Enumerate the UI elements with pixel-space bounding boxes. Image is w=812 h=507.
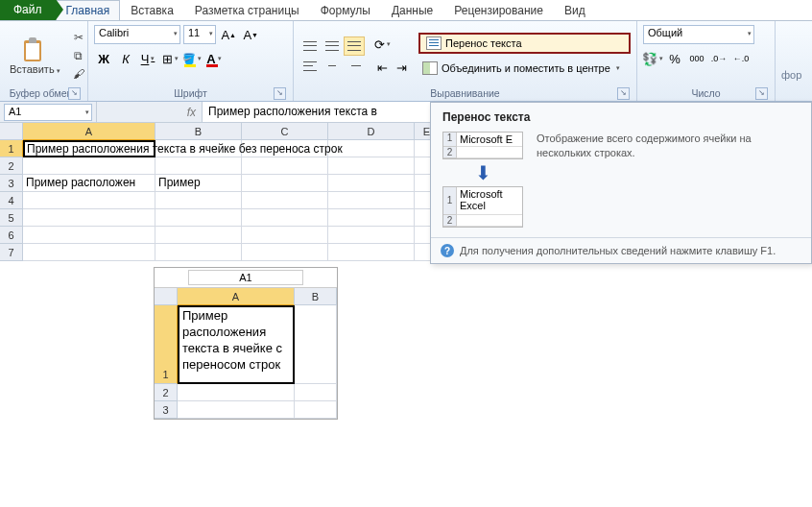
clipboard-dialog-launcher[interactable]: ↘ — [68, 87, 81, 100]
comma-button[interactable]: 000 — [687, 49, 706, 68]
clipboard-icon — [22, 36, 47, 63]
inset-worksheet: A1 A B 1 Пример расположения текста в яч… — [154, 267, 338, 420]
down-arrow-icon: ⬇ — [442, 159, 523, 186]
align-right-button[interactable] — [344, 57, 365, 76]
underline-button[interactable]: Ч▾ — [138, 49, 157, 68]
cell-C3[interactable] — [242, 175, 328, 192]
row-header-3[interactable]: 3 — [0, 175, 23, 192]
ribbon-tabstrip: Файл Главная Вставка Разметка страницы Ф… — [0, 0, 812, 21]
row-header-6[interactable]: 6 — [0, 227, 23, 244]
inset-row-1[interactable]: 1 — [155, 305, 178, 384]
cell-D3[interactable] — [328, 175, 415, 192]
file-tab[interactable]: Файл — [0, 0, 56, 20]
wrap-text-button[interactable]: Перенос текста — [418, 33, 631, 54]
vertical-align-group — [299, 36, 365, 76]
cell-A2[interactable] — [23, 157, 155, 175]
col-header-D[interactable]: D — [328, 123, 415, 140]
tab-formulas[interactable]: Формулы — [310, 0, 381, 20]
col-header-C[interactable]: C — [242, 123, 328, 140]
align-left-button[interactable] — [299, 57, 321, 76]
row-header-5[interactable]: 5 — [0, 209, 23, 227]
decrease-decimal-button[interactable]: ←.0 — [731, 49, 751, 68]
group-label-clipboard: Буфер обмена ↘ — [6, 86, 82, 100]
inset-select-all[interactable] — [155, 288, 178, 305]
inset-col-A[interactable]: A — [178, 288, 295, 305]
tooltip-title: Перенос текста — [431, 103, 811, 128]
align-center-button[interactable] — [322, 57, 343, 76]
ribbon: Вставить▾ ✂ ⧉ 🖌 Буфер обмена ↘ Calibri▾ … — [0, 21, 812, 102]
align-middle-button[interactable] — [322, 36, 343, 56]
number-format-select[interactable]: Общий▾ — [643, 25, 754, 44]
tab-page-layout[interactable]: Разметка страницы — [184, 0, 310, 20]
inset-row-3[interactable]: 3 — [155, 401, 178, 419]
increase-font-icon[interactable]: A▲ — [219, 25, 238, 44]
select-all-corner[interactable] — [0, 123, 23, 140]
decrease-indent-button[interactable]: ⇤ — [372, 58, 392, 77]
accounting-format-button[interactable]: 💱▾ — [643, 49, 662, 68]
tab-insert[interactable]: Вставка — [120, 0, 184, 20]
font-size-select[interactable]: 11▾ — [183, 25, 216, 44]
fx-icon[interactable]: fx — [187, 106, 196, 119]
merge-center-button[interactable]: Объединить и поместить в центре▾ — [418, 58, 631, 79]
col-header-B[interactable]: B — [155, 123, 242, 140]
decrease-font-icon[interactable]: A▼ — [241, 25, 260, 44]
cell-D2[interactable] — [328, 157, 415, 175]
inset-name-box[interactable]: A1 — [188, 270, 303, 285]
cell-A1[interactable]: Пример расположения текста в ячейке без … — [23, 140, 155, 157]
number-dialog-launcher[interactable]: ↘ — [755, 87, 768, 100]
row-header-1[interactable]: 1 — [0, 140, 23, 157]
group-label-alignment: Выравнивание ↘ — [299, 86, 631, 100]
row-header-2[interactable]: 2 — [0, 157, 23, 175]
row-header-4[interactable]: 4 — [0, 192, 23, 209]
cell-A3[interactable]: Пример расположен — [23, 175, 155, 192]
increase-decimal-button[interactable]: .0→ — [709, 49, 728, 68]
name-box[interactable]: A1▾ — [4, 104, 92, 121]
cell-B2[interactable] — [155, 157, 242, 175]
tab-view[interactable]: Вид — [554, 0, 596, 20]
alignment-dialog-launcher[interactable]: ↘ — [617, 87, 630, 100]
align-bottom-button[interactable] — [344, 36, 365, 56]
copy-icon[interactable]: ⧉ — [71, 48, 86, 63]
help-icon: ? — [441, 244, 454, 257]
tooltip-description: Отображение всего содержимого ячейки на … — [537, 132, 800, 228]
align-top-button[interactable] — [299, 36, 321, 56]
group-label-font: Шрифт ↘ — [94, 86, 287, 100]
bold-button[interactable]: Ж — [94, 49, 113, 68]
tab-home[interactable]: Главная — [56, 0, 121, 20]
fill-color-button[interactable]: 🪣▾ — [182, 49, 202, 68]
cell-B3[interactable]: Пример — [155, 175, 242, 192]
border-button[interactable]: ⊞▾ — [160, 49, 179, 68]
increase-indent-button[interactable]: ⇥ — [392, 58, 411, 77]
cut-icon[interactable]: ✂ — [71, 30, 86, 45]
cell-C2[interactable] — [242, 157, 328, 175]
italic-button[interactable]: К — [116, 49, 135, 68]
merge-icon — [422, 61, 438, 75]
tooltip-demo: 1Microsoft E 2 ⬇ 1MicrosoftExcel 2 — [442, 132, 523, 228]
font-color-button[interactable]: A▾ — [204, 49, 224, 68]
orientation-button[interactable]: ⟳▾ — [372, 35, 392, 54]
tab-data[interactable]: Данные — [381, 0, 443, 20]
font-dialog-launcher[interactable]: ↘ — [274, 87, 286, 100]
wrap-text-icon — [426, 36, 442, 50]
wrap-text-tooltip: Перенос текста 1Microsoft E 2 ⬇ 1Microso… — [430, 102, 812, 264]
group-label-number: Число ↘ — [643, 86, 769, 100]
font-family-select[interactable]: Calibri▾ — [94, 25, 180, 44]
format-painter-icon[interactable]: 🖌 — [71, 66, 86, 82]
inset-row-2[interactable]: 2 — [155, 384, 178, 401]
tab-review[interactable]: Рецензирование — [443, 0, 554, 20]
truncated-group-hint: фор — [781, 69, 801, 81]
inset-cell-B1[interactable] — [295, 305, 337, 384]
inset-cell-A1[interactable]: Пример расположения текста в ячейке с пе… — [178, 305, 295, 384]
row-header-7[interactable]: 7 — [0, 244, 23, 261]
inset-col-B[interactable]: B — [295, 288, 337, 305]
percent-button[interactable]: % — [665, 49, 684, 68]
paste-button[interactable]: Вставить▾ — [6, 35, 64, 77]
tooltip-help: ? Для получения дополнительных сведений … — [431, 237, 811, 263]
col-header-A[interactable]: A — [23, 123, 155, 140]
